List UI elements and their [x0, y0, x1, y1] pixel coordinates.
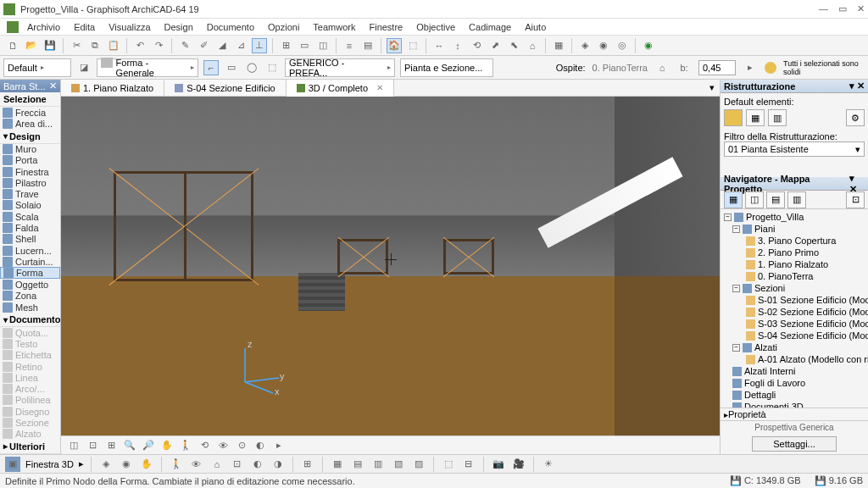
grid-icon[interactable]: ⊞: [278, 38, 293, 53]
minimize-button[interactable]: —: [819, 3, 828, 14]
prop-header[interactable]: ▸ Proprietà: [721, 408, 868, 421]
menu-visualizza[interactable]: Visualizza: [103, 21, 155, 33]
tool-forma[interactable]: Forma: [0, 267, 60, 279]
tool3-icon[interactable]: ◢: [214, 38, 230, 53]
default-dropdown[interactable]: Default▸: [3, 58, 71, 77]
vt11-icon[interactable]: ◐: [253, 438, 268, 453]
nt-sez3[interactable]: S-03 Sezione Edificio (Modello: [722, 318, 866, 330]
bt2-icon[interactable]: ◉: [119, 457, 134, 472]
nt-sez4[interactable]: S-04 Sezione Edificio (Modello: [722, 330, 866, 341]
bt15-icon[interactable]: ▨: [411, 457, 426, 472]
menu-opzioni[interactable]: Opzioni: [263, 21, 304, 33]
bt6-icon[interactable]: ⌂: [209, 457, 225, 472]
home-icon[interactable]: ⌂: [654, 60, 670, 75]
bt8-icon[interactable]: ◐: [250, 457, 265, 472]
vt4-icon[interactable]: 🔍: [122, 438, 137, 453]
vt1-icon[interactable]: ◫: [66, 438, 81, 453]
open-icon[interactable]: 📂: [24, 38, 39, 53]
tool-curtain[interactable]: Curtain...: [0, 256, 60, 267]
palette-close-icon[interactable]: ✕: [49, 80, 57, 92]
re-btn3[interactable]: ▥: [768, 109, 787, 126]
mode1-icon[interactable]: ⌐: [203, 60, 219, 75]
tool-shell[interactable]: Shell: [0, 234, 60, 245]
tab-sezione[interactable]: S-04 Sezione Edificio: [164, 80, 287, 96]
ulteriori-section[interactable]: ▸ Ulteriori: [0, 440, 60, 454]
3d-viewport[interactable]: z y x: [61, 97, 720, 435]
p2-icon[interactable]: ◉: [596, 38, 611, 53]
menu-finestre[interactable]: Finestre: [364, 21, 408, 33]
nt-piano1[interactable]: 1. Piano Rialzato: [722, 258, 866, 270]
tab-menu-icon[interactable]: ▾: [704, 80, 720, 96]
tool-alzato[interactable]: Alzato: [0, 429, 60, 440]
design-section[interactable]: ▾ Design: [0, 130, 60, 144]
tool-porta[interactable]: Porta: [0, 155, 60, 166]
nt-sezioni[interactable]: −Sezioni: [722, 282, 866, 294]
vt6-icon[interactable]: ✋: [159, 438, 175, 453]
m3-icon[interactable]: ⟲: [469, 38, 484, 53]
redo-icon[interactable]: ↷: [151, 38, 166, 53]
3d2-icon[interactable]: ⬚: [405, 38, 420, 53]
layer-btn-icon[interactable]: ◪: [76, 60, 92, 75]
menu-documento[interactable]: Documento: [202, 21, 259, 33]
nt-fogli[interactable]: Fogli di Lavoro: [722, 377, 866, 389]
bt7-icon[interactable]: ⊡: [230, 457, 245, 472]
bt18-icon[interactable]: 📷: [491, 457, 506, 472]
settaggi-button[interactable]: Settaggi...: [752, 436, 837, 452]
n1-icon[interactable]: ▦: [551, 38, 566, 53]
bt9-icon[interactable]: ◑: [270, 457, 286, 472]
help-icon[interactable]: ◉: [641, 38, 656, 53]
nt-alzint[interactable]: Alzati Interni: [722, 365, 866, 377]
p3-icon[interactable]: ◎: [615, 38, 630, 53]
tool-finestra[interactable]: Finestra: [0, 166, 60, 177]
vt10-icon[interactable]: ⊙: [234, 438, 249, 453]
tool2-icon[interactable]: ✐: [196, 38, 211, 53]
menu-archivio[interactable]: Archivio: [22, 21, 65, 33]
bt12-icon[interactable]: ▤: [350, 457, 365, 472]
cut-icon[interactable]: ✂: [69, 38, 84, 53]
vt7-icon[interactable]: 🚶: [178, 438, 193, 453]
save-icon[interactable]: 💾: [42, 38, 58, 53]
m5-icon[interactable]: ⬉: [506, 38, 521, 53]
tool-icon[interactable]: ✎: [177, 38, 192, 53]
menu-aiuto[interactable]: Aiuto: [520, 21, 551, 33]
nt-piano0[interactable]: 0. PianoTerra: [722, 270, 866, 282]
menu-cadimage[interactable]: Cadimage: [464, 21, 516, 33]
tool-trave[interactable]: Trave: [0, 189, 60, 200]
tool-linea[interactable]: Linea: [0, 372, 60, 383]
selection-section[interactable]: Selezione: [0, 92, 60, 107]
nav-btn1[interactable]: ▦: [724, 191, 743, 208]
nt-piano3[interactable]: 3. Piano Copertura: [722, 235, 866, 247]
tool-mesh[interactable]: Mesh: [0, 302, 60, 313]
tab-piano-rialzato[interactable]: 1. Piano Rialzato: [61, 80, 164, 96]
tool-freccia[interactable]: Freccia: [0, 107, 60, 118]
apply-icon[interactable]: ▸: [743, 60, 758, 75]
bt14-icon[interactable]: ▧: [391, 457, 406, 472]
nt-alz1[interactable]: A-01 Alzato (Modello con rico: [722, 353, 866, 365]
tool-area[interactable]: Area di...: [0, 118, 60, 129]
vt9-icon[interactable]: 👁: [215, 438, 231, 453]
mode4-icon[interactable]: ⬚: [264, 60, 280, 75]
new-icon[interactable]: 🗋: [5, 38, 20, 53]
tool-pilastro[interactable]: Pilastro: [0, 177, 60, 188]
mode2-icon[interactable]: ▭: [224, 60, 239, 75]
nt-root[interactable]: −Progetto_Villa: [722, 211, 866, 223]
documento-section[interactable]: ▾ Documento: [0, 313, 60, 327]
view2-icon[interactable]: ◫: [315, 38, 331, 53]
close-button[interactable]: ✕: [857, 3, 865, 14]
nav-btn3[interactable]: ▤: [766, 191, 785, 208]
nt-doc3d[interactable]: Documenti 3D: [722, 401, 866, 408]
bt1-icon[interactable]: ◈: [98, 457, 114, 472]
tool-quota[interactable]: Quota...: [0, 327, 60, 338]
tool5-icon[interactable]: ⊥: [252, 38, 267, 53]
re-btn4[interactable]: ⚙: [846, 109, 865, 126]
menu-teamwork[interactable]: Teamwork: [308, 21, 360, 33]
view-icon[interactable]: ▭: [297, 38, 312, 53]
tool-falda[interactable]: Falda: [0, 222, 60, 233]
nav-btn4[interactable]: ▥: [787, 191, 806, 208]
nt-dett[interactable]: Dettagli: [722, 389, 866, 401]
vt8-icon[interactable]: ⟲: [197, 438, 212, 453]
piano-label[interactable]: 0. PianoTerra: [593, 63, 648, 73]
3d-icon[interactable]: 🏠: [387, 38, 402, 53]
filtro-select[interactable]: 01 Pianta Esistente▾: [724, 141, 865, 157]
re-btn2[interactable]: ▦: [746, 109, 765, 126]
